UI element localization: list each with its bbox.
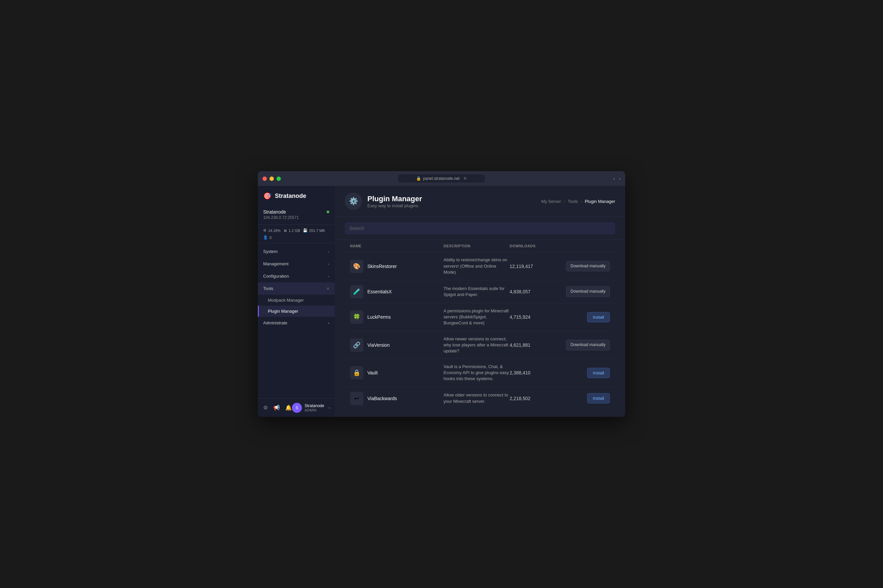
plugin-name-cell: ↩ ViaBackwards xyxy=(350,392,444,405)
tools-submenu: Modpack Manager Plugin Manager xyxy=(258,295,335,317)
plugin-action: Install xyxy=(557,368,610,378)
disk-stat: 💾 201.7 MB xyxy=(303,228,325,232)
col-description: DESCRIPTION xyxy=(444,244,510,248)
download-manually-button[interactable]: Download manually xyxy=(566,286,610,297)
plugin-icon: 🔒 xyxy=(350,366,363,380)
chevron-down-icon: ∨ xyxy=(326,286,329,291)
disk-icon: 💾 xyxy=(303,228,308,232)
dot-icon: • xyxy=(328,321,329,325)
chevron-right-icon: › xyxy=(328,250,329,254)
col-downloads: DOWNLOADS xyxy=(510,244,557,248)
reload-icon[interactable]: ↻ xyxy=(463,176,467,181)
logo-text: Stratanode xyxy=(275,192,306,200)
players-value: 0 xyxy=(269,236,272,240)
col-name: NAME xyxy=(350,244,444,248)
app-layout: 🎯 Stratanode Stratanode 104.238.0.72:255… xyxy=(258,186,625,417)
minimize-button[interactable] xyxy=(269,177,274,181)
user-role: ADMIN xyxy=(305,408,324,412)
sidebar-item-plugin-manager[interactable]: Plugin Manager xyxy=(258,306,335,317)
sidebar-item-management[interactable]: Management › xyxy=(258,258,335,270)
plugin-description: A permissions plugin for Minecraft serve… xyxy=(444,308,510,326)
close-button[interactable] xyxy=(262,177,267,181)
table-row: 🔗 ViaVersion Allow newer versions to con… xyxy=(344,332,615,359)
url-text: panel.stratanode.net xyxy=(423,176,460,181)
plugin-icon: 🔗 xyxy=(350,338,363,352)
plugin-action: Download manually xyxy=(557,286,610,297)
plugin-icon: 🎨 xyxy=(350,260,363,273)
page-header: ⚙️ Plugin Manager Easy way to install pl… xyxy=(335,186,625,217)
nav-section: System › Management › Configuration › To… xyxy=(258,243,335,331)
plugin-name-cell: 🍀 LuckPerms xyxy=(350,310,444,324)
page-subtitle: Easy way to install plugins. xyxy=(367,203,422,208)
sidebar-item-system[interactable]: System › xyxy=(258,245,335,258)
search-area xyxy=(335,217,625,240)
breadcrumb-sep-1: › xyxy=(564,199,565,204)
install-button[interactable]: Install xyxy=(587,312,610,322)
sidebar-item-tools[interactable]: Tools ∨ xyxy=(258,282,335,295)
plugin-downloads: 4,715,924 xyxy=(510,314,557,320)
download-manually-button[interactable]: Download manually xyxy=(566,261,610,272)
breadcrumb-tools[interactable]: Tools xyxy=(568,199,578,204)
plugin-action: Download manually xyxy=(557,340,610,350)
page-icon: ⚙️ xyxy=(344,192,362,210)
plugin-icon: ↩ xyxy=(350,392,363,405)
titlebar: 🔒 panel.stratanode.net ↻ ‹ › xyxy=(258,171,625,186)
plugin-name-cell: 🧪 EssentialsX xyxy=(350,285,444,298)
server-ip: 104.238.0.72:25571 xyxy=(263,215,329,220)
user-info: S Stratanode ADMIN xyxy=(292,403,324,413)
plugin-name-cell: 🎨 SkinsRestorer xyxy=(350,260,444,273)
breadcrumb-server[interactable]: My Server xyxy=(542,199,561,204)
server-info: Stratanode 104.238.0.72:25571 xyxy=(258,206,335,225)
plugin-name: ViaBackwards xyxy=(367,396,397,401)
players-icon: 👤 xyxy=(263,235,268,240)
sidebar-bottom-icons: ⚙ 📢 🔔 xyxy=(263,405,292,411)
bell-icon[interactable]: 🔔 xyxy=(285,405,292,411)
plugin-manager-icon: ⚙️ xyxy=(349,197,358,206)
server-stats: ⚙ 14.18% 🖥 1.2 GB 💾 201.7 MB 👤 0 xyxy=(258,225,335,243)
table-header: NAME DESCRIPTION DOWNLOADS xyxy=(344,240,615,252)
avatar: S xyxy=(292,403,302,413)
megaphone-icon[interactable]: 📢 xyxy=(273,405,280,411)
plugin-icon: 🍀 xyxy=(350,310,363,324)
plugin-action: Download manually xyxy=(557,261,610,272)
plugin-icon: 🧪 xyxy=(350,285,363,298)
install-button[interactable]: Install xyxy=(587,393,610,404)
table-row: ↩ ViaBackwards Allow older versions to c… xyxy=(344,387,615,410)
plugin-description: The modern Essentials suite for Spigot a… xyxy=(444,286,510,298)
col-action xyxy=(557,244,610,248)
lock-icon: 🔒 xyxy=(416,176,421,181)
plugin-downloads: 2,388,410 xyxy=(510,370,557,375)
sidebar-logo: 🎯 Stratanode xyxy=(258,186,335,206)
forward-arrow-icon[interactable]: › xyxy=(619,176,621,181)
install-button[interactable]: Install xyxy=(587,368,610,378)
status-dot xyxy=(326,211,329,213)
sidebar-item-administrate[interactable]: Administrate • xyxy=(258,317,335,329)
plugin-name: SkinsRestorer xyxy=(367,264,397,269)
logo-icon: 🎯 xyxy=(263,192,272,200)
chevron-right-icon: › xyxy=(328,274,329,278)
sidebar-item-configuration[interactable]: Configuration › xyxy=(258,270,335,282)
plugin-name: Vault xyxy=(367,370,378,375)
cpu-stat: ⚙ 14.18% xyxy=(263,228,281,232)
search-input[interactable] xyxy=(344,222,615,234)
plugin-downloads: 4,838,057 xyxy=(510,289,557,294)
cpu-value: 14.18% xyxy=(268,229,281,232)
sidebar-bottom: ⚙ 📢 🔔 S Stratanode ADMIN → xyxy=(258,399,335,417)
breadcrumb-current: Plugin Manager xyxy=(585,199,615,204)
download-manually-button[interactable]: Download manually xyxy=(566,340,610,350)
user-name: Stratanode xyxy=(305,404,324,408)
page-title-area: ⚙️ Plugin Manager Easy way to install pl… xyxy=(344,192,422,210)
plugin-description: Allow newer versions to connect, why los… xyxy=(444,336,510,354)
sidebar: 🎯 Stratanode Stratanode 104.238.0.72:255… xyxy=(258,186,335,417)
back-arrow-icon[interactable]: ‹ xyxy=(614,176,615,181)
sidebar-item-modpack-manager[interactable]: Modpack Manager xyxy=(258,295,335,306)
plugin-name: LuckPerms xyxy=(367,314,391,320)
url-bar: 🔒 panel.stratanode.net ↻ xyxy=(398,174,485,183)
maximize-button[interactable] xyxy=(277,177,281,181)
plugin-action: Install xyxy=(557,312,610,322)
table-row: 🔒 Vault Vault is a Permissions, Chat, & … xyxy=(344,359,615,387)
players-stat: 👤 0 xyxy=(263,235,272,240)
settings-icon[interactable]: ⚙ xyxy=(263,405,268,411)
app-window: 🔒 panel.stratanode.net ↻ ‹ › 🎯 Stratanod… xyxy=(258,171,625,417)
logout-icon[interactable]: → xyxy=(327,405,332,411)
